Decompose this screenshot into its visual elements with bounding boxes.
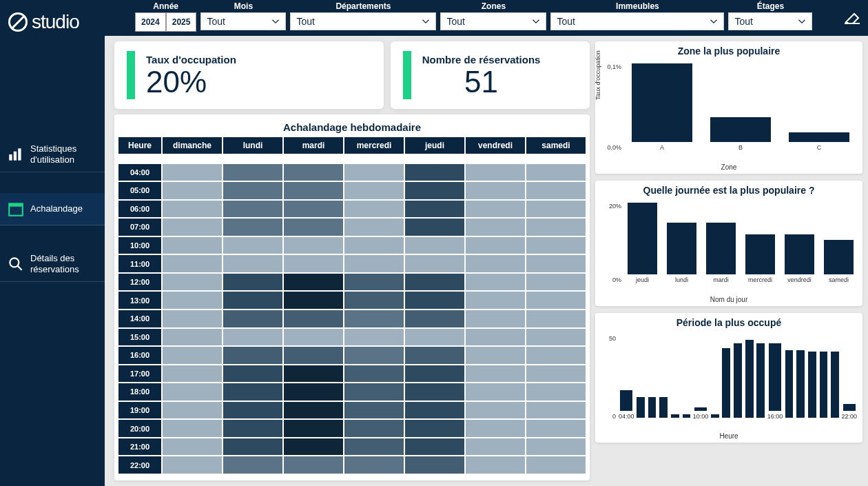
heatmap-cell	[466, 402, 525, 419]
bar-label: samedi	[829, 276, 849, 283]
bar	[648, 397, 657, 418]
bar-wrap: mercredi	[742, 203, 778, 283]
bar	[637, 397, 645, 418]
chart-day: Quelle journée est la plus populaire ? 2…	[595, 181, 862, 306]
heatmap-cell	[526, 292, 586, 309]
heatmap-cell	[163, 456, 222, 474]
bar-label: 04:00	[619, 413, 634, 420]
heatmap-hour-label: 20:00	[118, 420, 161, 437]
nav-item-1[interactable]: Achalandage	[0, 193, 105, 225]
heatmap-cell	[344, 329, 404, 346]
heatmap-cell	[163, 292, 222, 309]
chart-zone-title: Zone la plus populaire	[601, 45, 857, 58]
bar-wrap: B	[703, 63, 778, 151]
heatmap-header-day: mardi	[284, 137, 343, 154]
heatmap-hour-label: 16:00	[118, 347, 161, 364]
chart-day-title: Quelle journée est la plus populaire ?	[601, 185, 857, 197]
buildings-select[interactable]: Tout	[550, 12, 724, 30]
heatmap-cell	[466, 329, 525, 346]
chart-hour: Période la plus occupé 500 04:0010:0016:…	[595, 313, 862, 443]
filter-dept: Départements Tout	[290, 1, 436, 30]
zones-select[interactable]: Tout	[440, 12, 546, 30]
heatmap-hour-label: 19:00	[118, 402, 161, 419]
kpi-occupancy-value: 20%	[146, 67, 236, 97]
chevron-down-icon	[271, 17, 280, 26]
heatmap-cell	[344, 274, 404, 291]
kpi-occupancy-title: Taux d'occupation	[146, 54, 236, 65]
bar-wrap: lundi	[663, 203, 700, 283]
bar-wrap	[681, 335, 692, 420]
heatmap-cell	[344, 201, 404, 218]
nav-item-0[interactable]: Statistiques d'utilisation	[0, 136, 105, 172]
bar-label: lundi	[675, 276, 688, 283]
nav-item-label: Achalandage	[30, 203, 83, 214]
heatmap-cell	[223, 201, 282, 218]
bar	[808, 352, 816, 418]
month-select[interactable]: Tout	[200, 12, 286, 30]
heatmap-header-day: vendredi	[466, 137, 525, 154]
bar-wrap: A	[624, 63, 700, 151]
bar-wrap	[744, 335, 754, 420]
bar	[769, 343, 781, 411]
heatmap-cell	[405, 383, 464, 401]
bar	[796, 350, 805, 418]
heatmap-cell	[344, 438, 404, 456]
heatmap-cell	[405, 347, 464, 364]
heatmap-cell	[284, 383, 343, 401]
bar-wrap: 04:00	[619, 335, 634, 420]
heatmap-cell	[223, 182, 282, 199]
floors-select[interactable]: Tout	[728, 12, 812, 30]
year-2025-button[interactable]: 2025	[166, 12, 197, 32]
bar-wrap	[756, 335, 766, 420]
heatmap-cell	[466, 456, 525, 474]
filter-floors: Étages Tout	[728, 1, 812, 30]
bar-wrap: 10:00	[693, 335, 709, 420]
kpi-reservations-value: 51	[464, 67, 498, 97]
nav-item-2[interactable]: Détails des réservations	[0, 246, 105, 282]
heatmap-cell	[223, 164, 282, 181]
heatmap-cell	[466, 219, 525, 236]
heatmap-cell	[405, 292, 464, 309]
heatmap-cell	[466, 365, 525, 383]
heatmap-header-day: dimanche	[163, 137, 222, 154]
bar	[745, 340, 754, 418]
heatmap-cell	[405, 219, 464, 236]
heatmap-cell	[344, 310, 404, 327]
heatmap-cell	[405, 274, 464, 291]
svg-rect-2	[18, 148, 21, 160]
bar-label: 22:00	[841, 413, 857, 420]
year-2024-button[interactable]: 2024	[135, 12, 166, 32]
magnify-icon	[7, 255, 25, 273]
heatmap-cell	[466, 255, 525, 272]
heatmap-cell	[526, 420, 586, 437]
bar-wrap	[733, 335, 743, 420]
heatmap-cell	[284, 201, 343, 218]
heatmap-cell	[466, 438, 525, 456]
bar	[632, 63, 692, 142]
heatmap-header-day: jeudi	[405, 137, 464, 154]
heatmap-cell	[526, 310, 586, 327]
chevron-down-icon	[422, 17, 430, 26]
chevron-down-icon	[710, 17, 718, 26]
heatmap-cell	[466, 164, 525, 181]
bar	[789, 132, 849, 142]
heatmap-hour-label: 12:00	[118, 274, 161, 291]
bar-wrap: 22:00	[841, 335, 857, 420]
heatmap-cell	[526, 255, 586, 272]
heatmap-cell	[344, 255, 404, 272]
heatmap-cell	[284, 402, 343, 419]
heatmap-cell	[284, 274, 343, 291]
eraser-icon[interactable]	[840, 6, 862, 28]
heatmap-cell	[405, 255, 464, 272]
heatmap-cell	[405, 402, 464, 419]
heatmap-cell	[526, 201, 586, 218]
logo-text: studio	[32, 11, 79, 33]
heatmap-cell	[405, 310, 464, 327]
dept-select[interactable]: Tout	[290, 12, 436, 30]
y-tick: 50	[601, 335, 616, 342]
heatmap-cell	[344, 420, 404, 437]
heatmap-cell	[163, 420, 222, 437]
svg-rect-1	[14, 151, 17, 160]
heatmap-cell	[344, 365, 404, 383]
heatmap-cell	[223, 383, 282, 401]
